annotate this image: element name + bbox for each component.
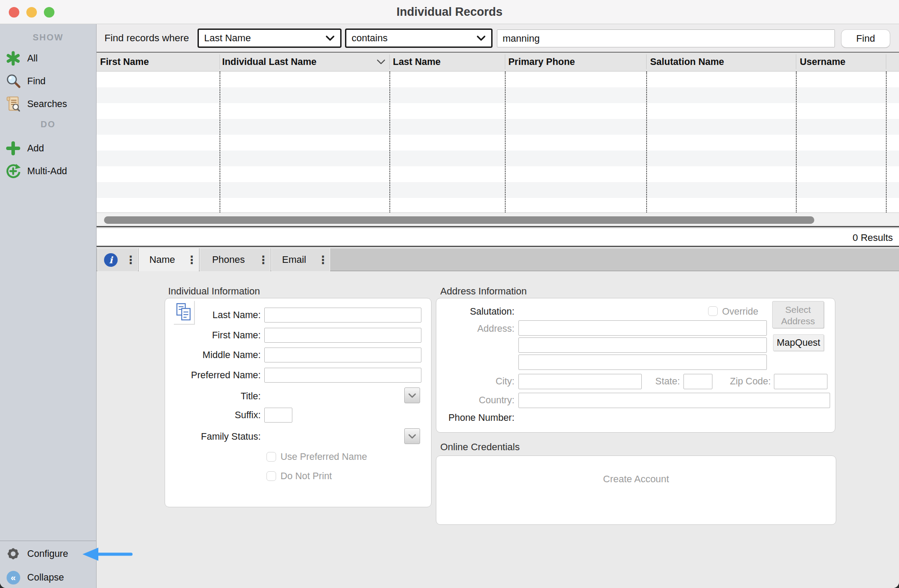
select-address-button[interactable]: Select Address (772, 301, 824, 328)
sidebar-item-all[interactable]: All (0, 49, 96, 68)
app-window: Individual Records SHOW All (0, 0, 899, 588)
column-header-individual-last-name[interactable]: Individual Last Name (222, 53, 316, 72)
do-not-print-checkbox[interactable] (266, 471, 276, 481)
saved-searches-scroll-icon (5, 95, 21, 113)
address-label: Address: (477, 321, 514, 336)
chevron-down-icon (325, 35, 335, 41)
field-select[interactable]: Last Name (198, 29, 342, 48)
individual-information-title: Individual Information (168, 286, 260, 297)
scrollbar-thumb[interactable] (104, 216, 814, 224)
multi-add-circle-plus-icon (5, 162, 21, 180)
results-status-bar: 0 Results (97, 229, 899, 247)
family-status-dropdown-button[interactable] (404, 428, 420, 444)
title-dropdown-button[interactable] (404, 387, 420, 403)
zip-code-label: Zip Code: (730, 374, 771, 389)
find-bar: Find records where Last Name contains Fi… (97, 24, 899, 53)
create-account-link[interactable]: Create Account (436, 473, 836, 485)
first-name-input[interactable] (264, 328, 421, 343)
copy-icon[interactable] (174, 301, 195, 325)
sort-chevron-down-icon (376, 58, 386, 65)
zip-code-input[interactable] (774, 374, 827, 389)
sidebar-item-label: Searches (27, 99, 67, 110)
results-count: 0 Results (852, 229, 893, 247)
column-divider (389, 54, 390, 69)
results-table[interactable] (97, 72, 899, 213)
tab-phones[interactable]: Phones ⋮ (200, 248, 270, 271)
field-select-value: Last Name (204, 32, 251, 44)
asterisk-icon (5, 50, 21, 67)
sidebar-item-label: Multi-Add (27, 166, 67, 177)
column-dotted-divider (886, 72, 887, 212)
address-information-panel: Salutation: Override Select Address MapQ… (436, 298, 835, 433)
plus-icon (5, 140, 21, 157)
sidebar-item-add[interactable]: Add (0, 139, 96, 158)
column-header-first-name[interactable]: First Name (100, 53, 149, 72)
preferred-name-input[interactable] (264, 368, 421, 383)
operator-select[interactable]: contains (345, 29, 493, 48)
sidebar-section-show: SHOW (0, 30, 96, 45)
sidebar-item-label: Add (27, 143, 44, 154)
mapquest-button[interactable]: MapQuest (773, 334, 824, 351)
last-name-input[interactable] (264, 308, 421, 323)
override-checkbox[interactable] (708, 306, 718, 316)
drag-handle-icon[interactable]: ⋮ (257, 254, 270, 266)
column-dotted-divider (505, 72, 506, 212)
sidebar-item-searches[interactable]: Searches (0, 94, 96, 114)
horizontal-scrollbar[interactable] (97, 213, 899, 227)
search-input[interactable] (497, 29, 835, 47)
middle-name-input[interactable] (264, 348, 421, 362)
sidebar-section-do: DO (0, 117, 96, 132)
sidebar: SHOW All Find (0, 24, 97, 588)
country-input[interactable] (518, 393, 830, 408)
online-credentials-title: Online Credentials (440, 441, 520, 453)
city-label: City: (496, 374, 514, 389)
tab-email[interactable]: Email ⋮ (271, 248, 330, 271)
salutation-label: Salutation: (470, 304, 514, 319)
chevron-down-icon (476, 35, 486, 41)
state-input[interactable] (683, 374, 712, 389)
address-line2-input[interactable] (518, 337, 767, 353)
magnifier-icon (5, 72, 21, 90)
last-name-label: Last Name: (212, 308, 261, 323)
main-area: Find records where Last Name contains Fi… (97, 24, 899, 588)
operator-select-value: contains (352, 32, 388, 44)
use-preferred-name-label: Use Preferred Name (280, 449, 367, 464)
column-header-salutation-name[interactable]: Salutation Name (650, 53, 724, 72)
drag-handle-icon[interactable]: ⋮ (185, 254, 198, 266)
column-divider (796, 54, 796, 69)
drag-handle-icon[interactable]: ⋮ (124, 254, 137, 266)
state-label: State: (655, 374, 680, 389)
column-divider (886, 54, 886, 69)
first-name-label: First Name: (212, 328, 261, 343)
column-dotted-divider (389, 72, 390, 212)
tab-label: Name (139, 254, 185, 265)
find-button[interactable]: Find (841, 30, 890, 47)
sidebar-item-label: Configure (27, 549, 68, 559)
sidebar-item-collapse[interactable]: « Collapse (0, 568, 96, 587)
suffix-input[interactable] (264, 408, 292, 423)
address-line1-input[interactable] (518, 320, 767, 336)
family-status-label: Family Status: (201, 429, 261, 444)
column-header-username[interactable]: Username (800, 53, 845, 72)
use-preferred-name-checkbox[interactable] (266, 452, 276, 462)
sidebar-item-label: All (27, 53, 38, 64)
drag-handle-icon[interactable]: ⋮ (316, 254, 330, 266)
collapse-chevrons-icon: « (5, 569, 21, 586)
address-information-title: Address Information (440, 286, 527, 297)
chevron-down-icon (408, 434, 417, 439)
tab-info[interactable]: i ⋮ (97, 248, 138, 271)
info-icon: i (104, 253, 118, 267)
column-header-last-name[interactable]: Last Name (393, 53, 441, 72)
column-divider (219, 54, 220, 69)
address-line3-input[interactable] (518, 355, 767, 370)
column-dotted-divider (646, 72, 647, 212)
sidebar-item-label: Find (27, 76, 46, 87)
chevron-down-icon (408, 393, 417, 398)
column-header-primary-phone[interactable]: Primary Phone (508, 53, 575, 72)
tab-name[interactable]: Name ⋮ (139, 248, 199, 271)
sidebar-item-find[interactable]: Find (0, 72, 96, 91)
sidebar-item-multi-add[interactable]: Multi-Add (0, 161, 96, 181)
city-input[interactable] (518, 374, 642, 389)
window-title: Individual Records (0, 0, 899, 24)
middle-name-label: Middle Name: (202, 348, 261, 362)
